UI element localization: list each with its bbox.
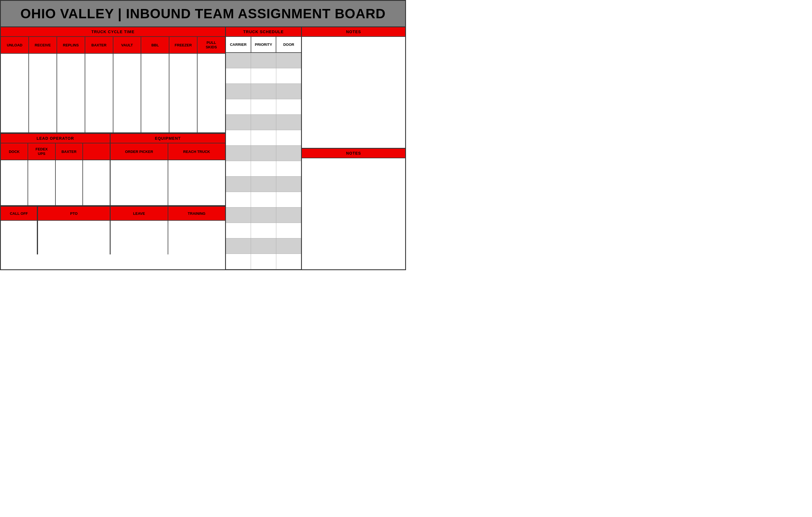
lead-op-col-dock: DOCK xyxy=(1,143,28,205)
ts-cell-1-door xyxy=(276,53,301,68)
bottom-col-pto: PTO xyxy=(38,207,110,254)
bottom-right: LEAVE TRAINING xyxy=(111,207,225,254)
ts-cell-7-priority xyxy=(251,146,276,161)
cycle-col-replins-header: REPLINS xyxy=(57,37,85,54)
lead-op-baxter-header: BAXTER xyxy=(56,143,82,160)
lead-op-col-empty xyxy=(83,143,110,205)
cycle-col-freezer: FREEZER xyxy=(169,37,198,132)
ts-cell-3-door xyxy=(276,84,301,99)
lead-op-fedex-body xyxy=(28,160,55,205)
cycle-col-bbl-header: BBL xyxy=(141,37,169,54)
cycle-time-columns: UNLOAD RECEIVE REPLINS BAXTER xyxy=(1,37,225,133)
lower-left: LEAD OPERATOR DOCK FEDEXUPS xyxy=(1,134,225,269)
equip-order-picker-header: ORDER PICKER xyxy=(111,143,168,160)
ts-row-14 xyxy=(226,254,301,269)
equip-col-order-picker: ORDER PICKER xyxy=(111,143,168,205)
ts-cell-6-priority xyxy=(251,130,276,145)
cycle-col-unload-body xyxy=(1,54,28,132)
ts-col-door: DOOR xyxy=(276,37,301,52)
cycle-col-pull-skids: PULLSKIDS xyxy=(198,37,225,132)
ts-cell-8-priority xyxy=(251,161,276,176)
lead-op-empty-header xyxy=(83,143,110,160)
notes-header-1: NOTES xyxy=(302,27,405,37)
cycle-col-freezer-header: FREEZER xyxy=(169,37,197,54)
ts-cell-1-priority xyxy=(251,53,276,68)
truck-schedule-rows xyxy=(226,53,301,269)
truck-schedule-sub-headers: CARRIER PRIORITY DOOR xyxy=(226,37,301,53)
notes-section: NOTES NOTES xyxy=(302,27,405,269)
lead-operator-section: LEAD OPERATOR DOCK FEDEXUPS xyxy=(1,134,111,206)
leave-body xyxy=(111,221,168,254)
cycle-col-vault-header: VAULT xyxy=(113,37,141,54)
main-title: OHIO VALLEY | INBOUND TEAM ASSIGNMENT BO… xyxy=(0,0,406,27)
board-container: TRUCK CYCLE TIME UNLOAD RECEIVE REPLINS xyxy=(0,27,406,270)
notes-body-1 xyxy=(302,37,405,149)
cycle-col-baxter: BAXTER xyxy=(85,37,113,132)
pto-header: PTO xyxy=(38,207,110,221)
ts-col-carrier: CARRIER xyxy=(226,37,251,52)
equip-col-reach-truck: REACH TRUCK xyxy=(168,143,225,205)
cycle-col-receive-body xyxy=(29,54,57,132)
lead-equip-row: LEAD OPERATOR DOCK FEDEXUPS xyxy=(1,134,225,207)
equip-order-picker-body xyxy=(111,160,168,205)
ts-cell-2-priority xyxy=(251,68,276,84)
cycle-col-vault-body xyxy=(113,54,141,132)
left-section: TRUCK CYCLE TIME UNLOAD RECEIVE REPLINS xyxy=(1,27,226,269)
ts-cell-11-priority xyxy=(251,208,276,223)
lead-op-col-fedex: FEDEXUPS xyxy=(28,143,55,205)
cycle-col-baxter-body xyxy=(85,54,113,132)
bottom-col-training: TRAINING xyxy=(168,207,225,254)
bottom-col-calloff: CALL OFF xyxy=(1,207,37,254)
ts-row-3 xyxy=(226,84,301,99)
truck-cycle-time-section: TRUCK CYCLE TIME UNLOAD RECEIVE REPLINS xyxy=(1,27,225,134)
ts-cell-10-carrier xyxy=(226,192,251,207)
ts-cell-4-carrier xyxy=(226,99,251,114)
ts-cell-4-priority xyxy=(251,99,276,114)
ts-cell-14-carrier xyxy=(226,254,251,269)
ts-cell-1-carrier xyxy=(226,53,251,68)
equip-columns: ORDER PICKER REACH TRUCK xyxy=(111,143,225,206)
notes-body-2 xyxy=(302,158,405,269)
ts-cell-7-carrier xyxy=(226,146,251,161)
bottom-col-leave: LEAVE xyxy=(111,207,168,254)
ts-row-4 xyxy=(226,99,301,115)
ts-cell-14-door xyxy=(276,254,301,269)
leave-header: LEAVE xyxy=(111,207,168,221)
training-body xyxy=(168,221,225,254)
cycle-col-replins-body xyxy=(57,54,85,132)
cycle-col-receive-header: RECEIVE xyxy=(29,37,57,54)
ts-cell-2-carrier xyxy=(226,68,251,84)
ts-row-12 xyxy=(226,223,301,238)
bottom-row: CALL OFF PTO LEAVE xyxy=(1,207,225,254)
ts-cell-14-priority xyxy=(251,254,276,269)
cycle-col-baxter-header: BAXTER xyxy=(85,37,113,54)
ts-row-6 xyxy=(226,130,301,146)
notes-header-2: NOTES xyxy=(302,149,405,158)
calloff-header: CALL OFF xyxy=(1,207,37,221)
equipment-section: EQUIPMENT ORDER PICKER REACH TRUCK xyxy=(111,134,225,206)
ts-row-11 xyxy=(226,208,301,223)
ts-row-10 xyxy=(226,192,301,208)
ts-cell-8-door xyxy=(276,161,301,176)
ts-cell-12-priority xyxy=(251,223,276,238)
cycle-col-unload: UNLOAD xyxy=(1,37,29,132)
ts-cell-13-priority xyxy=(251,238,276,253)
truck-cycle-time-header: TRUCK CYCLE TIME xyxy=(1,27,225,37)
truck-schedule-header: TRUCK SCHEDULE xyxy=(226,27,301,37)
ts-cell-9-door xyxy=(276,177,301,192)
ts-row-9 xyxy=(226,177,301,192)
ts-cell-5-carrier xyxy=(226,115,251,130)
ts-col-priority: PRIORITY xyxy=(251,37,277,52)
ts-cell-13-door xyxy=(276,238,301,253)
training-header: TRAINING xyxy=(168,207,225,221)
ts-cell-6-door xyxy=(276,130,301,145)
bottom-left: CALL OFF PTO xyxy=(1,207,111,254)
cycle-col-bbl-body xyxy=(141,54,169,132)
ts-cell-9-carrier xyxy=(226,177,251,192)
ts-row-7 xyxy=(226,146,301,161)
ts-cell-13-carrier xyxy=(226,238,251,253)
ts-cell-12-door xyxy=(276,223,301,238)
cycle-col-bbl: BBL xyxy=(141,37,169,132)
equipment-header: EQUIPMENT xyxy=(111,134,225,143)
ts-row-8 xyxy=(226,161,301,177)
